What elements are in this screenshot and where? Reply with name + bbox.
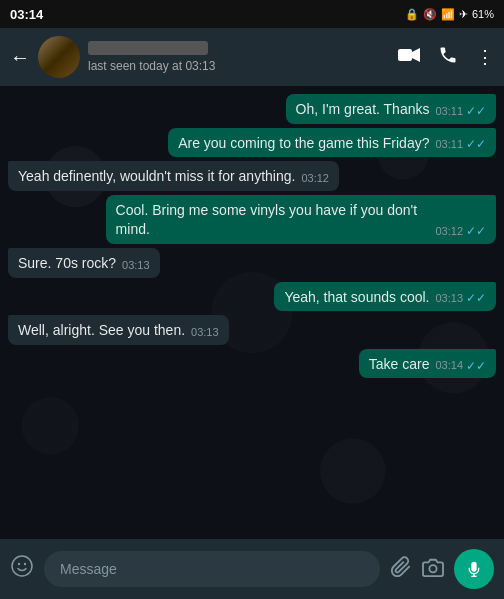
message-meta: 03:11 ✓✓ (435, 136, 486, 153)
message-meta: 03:11 ✓✓ (435, 103, 486, 120)
emoji-button[interactable] (10, 554, 34, 584)
message-time: 03:12 (301, 171, 329, 186)
contact-status: last seen today at 03:13 (88, 59, 390, 73)
message-time: 03:12 (435, 224, 463, 239)
status-bar: 03:14 🔒 🔇 📶 ✈ 61% (0, 0, 504, 28)
svg-point-4 (429, 565, 436, 572)
lock-icon: 🔒 (405, 8, 419, 21)
bubble-sent: Are you coming to the game this Friday? … (168, 128, 496, 158)
mic-button[interactable] (454, 549, 494, 589)
message-text: Are you coming to the game this Friday? (178, 134, 429, 154)
input-bar (0, 539, 504, 599)
message-time: 03:11 (435, 137, 463, 152)
bubble-sent: Yeah, that sounds cool. 03:13 ✓✓ (274, 282, 496, 312)
mute-icon: 🔇 (423, 8, 437, 21)
bubble-sent: Cool. Bring me some vinyls you have if y… (106, 195, 496, 244)
message-1: Oh, I'm great. Thanks 03:11 ✓✓ (286, 94, 496, 124)
message-time: 03:13 (191, 325, 219, 340)
read-receipts: ✓✓ (466, 103, 486, 120)
chat-background: Oh, I'm great. Thanks 03:11 ✓✓ Are you c… (0, 86, 504, 539)
messages-container: Oh, I'm great. Thanks 03:11 ✓✓ Are you c… (0, 86, 504, 386)
signal-icon: ✈ (459, 8, 468, 21)
message-meta: 03:12 (301, 171, 329, 186)
message-meta: 03:13 (122, 258, 150, 273)
message-text: Yeah, that sounds cool. (284, 288, 429, 308)
status-time: 03:14 (10, 7, 43, 22)
call-button[interactable] (438, 45, 458, 70)
read-receipts: ✓✓ (466, 290, 486, 307)
message-6: Yeah, that sounds cool. 03:13 ✓✓ (274, 282, 496, 312)
chat-header: ← last seen today at 03:13 ⋮ (0, 28, 504, 86)
message-text: Well, alright. See you then. (18, 321, 185, 341)
message-5: Sure. 70s rock? 03:13 (8, 248, 160, 278)
battery-label: 61% (472, 8, 494, 20)
message-text: Oh, I'm great. Thanks (296, 100, 430, 120)
read-receipts: ✓✓ (466, 358, 486, 375)
message-time: 03:13 (435, 291, 463, 306)
message-text: Sure. 70s rock? (18, 254, 116, 274)
message-7: Well, alright. See you then. 03:13 (8, 315, 229, 345)
bubble-received: Sure. 70s rock? 03:13 (8, 248, 160, 278)
message-time: 03:13 (122, 258, 150, 273)
svg-point-1 (12, 556, 32, 576)
attach-button[interactable] (390, 556, 412, 583)
camera-button[interactable] (422, 557, 444, 582)
message-4: Cool. Bring me some vinyls you have if y… (106, 195, 496, 244)
video-call-button[interactable] (398, 47, 420, 68)
message-meta: 03:14 ✓✓ (435, 358, 486, 375)
contact-info[interactable]: last seen today at 03:13 (88, 41, 390, 73)
message-3: Yeah definently, wouldn't miss it for an… (8, 161, 339, 191)
bubble-sent: Take care 03:14 ✓✓ (359, 349, 496, 379)
menu-button[interactable]: ⋮ (476, 46, 494, 68)
svg-point-2 (18, 563, 20, 565)
avatar[interactable] (38, 36, 80, 78)
message-8: Take care 03:14 ✓✓ (359, 349, 496, 379)
message-time: 03:14 (435, 358, 463, 373)
message-text: Take care (369, 355, 430, 375)
header-actions: ⋮ (398, 45, 494, 70)
message-text: Yeah definently, wouldn't miss it for an… (18, 167, 295, 187)
bubble-received: Yeah definently, wouldn't miss it for an… (8, 161, 339, 191)
back-button[interactable]: ← (10, 46, 30, 69)
svg-point-3 (24, 563, 26, 565)
message-meta: 03:12 ✓✓ (435, 223, 486, 240)
read-receipts: ✓✓ (466, 223, 486, 240)
bubble-received: Well, alright. See you then. 03:13 (8, 315, 229, 345)
wifi-icon: 📶 (441, 8, 455, 21)
bubble-sent: Oh, I'm great. Thanks 03:11 ✓✓ (286, 94, 496, 124)
svg-rect-0 (398, 49, 412, 61)
message-2: Are you coming to the game this Friday? … (168, 128, 496, 158)
message-input[interactable] (44, 551, 380, 587)
contact-name (88, 41, 208, 55)
read-receipts: ✓✓ (466, 136, 486, 153)
status-icons: 🔒 🔇 📶 ✈ 61% (405, 8, 494, 21)
message-meta: 03:13 (191, 325, 219, 340)
message-time: 03:11 (435, 104, 463, 119)
message-meta: 03:13 ✓✓ (435, 290, 486, 307)
message-text: Cool. Bring me some vinyls you have if y… (116, 201, 430, 240)
